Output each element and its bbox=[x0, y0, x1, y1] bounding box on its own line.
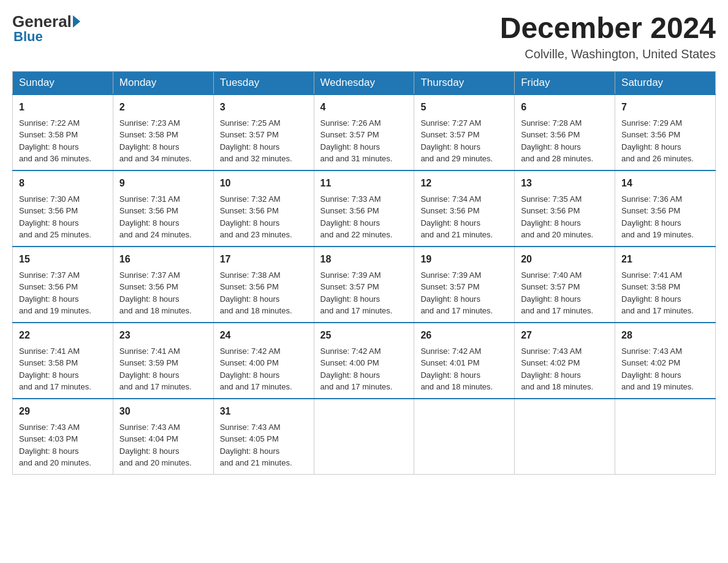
sunset: Sunset: 4:05 PM bbox=[220, 434, 279, 443]
sunrise: Sunrise: 7:38 AM bbox=[220, 270, 281, 280]
day-header-thursday: Thursday bbox=[414, 71, 515, 94]
calendar-cell: 2 Sunrise: 7:23 AM Sunset: 3:58 PM Dayli… bbox=[113, 94, 213, 170]
week-row-1: 1 Sunrise: 7:22 AM Sunset: 3:58 PM Dayli… bbox=[13, 94, 716, 170]
daylight-cont: and and 20 minutes. bbox=[521, 230, 593, 239]
day-number: 27 bbox=[521, 328, 609, 343]
sunset: Sunset: 3:56 PM bbox=[119, 206, 178, 215]
daylight-cont: and and 26 minutes. bbox=[621, 154, 694, 163]
day-number: 20 bbox=[521, 252, 609, 267]
sunset: Sunset: 3:57 PM bbox=[320, 282, 379, 291]
daylight: Daylight: 8 hours bbox=[19, 294, 79, 304]
daylight-cont: and and 21 minutes. bbox=[420, 230, 493, 239]
sunrise: Sunrise: 7:33 AM bbox=[320, 194, 381, 204]
day-number: 4 bbox=[320, 100, 408, 115]
daylight-cont: and and 29 minutes. bbox=[420, 154, 493, 163]
week-row-3: 15 Sunrise: 7:37 AM Sunset: 3:56 PM Dayl… bbox=[13, 247, 716, 323]
calendar-cell: 16 Sunrise: 7:37 AM Sunset: 3:56 PM Dayl… bbox=[113, 247, 213, 323]
day-number: 2 bbox=[119, 100, 207, 115]
sunrise: Sunrise: 7:22 AM bbox=[19, 118, 80, 128]
calendar-header-row: SundayMondayTuesdayWednesdayThursdayFrid… bbox=[13, 71, 716, 94]
daylight-cont: and and 21 minutes. bbox=[220, 458, 292, 467]
daylight: Daylight: 8 hours bbox=[119, 218, 180, 228]
daylight: Daylight: 8 hours bbox=[220, 142, 280, 151]
sunset: Sunset: 3:57 PM bbox=[521, 282, 580, 291]
month-title: December 2024 bbox=[500, 12, 716, 45]
day-header-tuesday: Tuesday bbox=[213, 71, 314, 94]
day-header-monday: Monday bbox=[113, 71, 213, 94]
calendar-cell: 10 Sunrise: 7:32 AM Sunset: 3:56 PM Dayl… bbox=[213, 170, 314, 247]
day-number: 9 bbox=[119, 176, 207, 191]
daylight: Daylight: 8 hours bbox=[220, 370, 280, 380]
sunrise: Sunrise: 7:43 AM bbox=[19, 423, 80, 432]
day-number: 21 bbox=[621, 252, 709, 267]
day-number: 3 bbox=[220, 100, 308, 115]
calendar-cell: 27 Sunrise: 7:43 AM Sunset: 4:02 PM Dayl… bbox=[515, 323, 615, 399]
calendar-cell: 9 Sunrise: 7:31 AM Sunset: 3:56 PM Dayli… bbox=[113, 170, 213, 247]
sunrise: Sunrise: 7:41 AM bbox=[119, 347, 180, 356]
daylight: Daylight: 8 hours bbox=[521, 142, 581, 151]
day-number: 5 bbox=[420, 100, 508, 115]
daylight: Daylight: 8 hours bbox=[320, 370, 381, 380]
daylight: Daylight: 8 hours bbox=[19, 142, 79, 151]
daylight-cont: and and 17 minutes. bbox=[220, 382, 292, 391]
daylight: Daylight: 8 hours bbox=[621, 142, 681, 151]
sunset: Sunset: 3:57 PM bbox=[420, 282, 479, 291]
sunrise: Sunrise: 7:36 AM bbox=[621, 194, 682, 204]
day-number: 29 bbox=[19, 404, 107, 419]
day-number: 23 bbox=[119, 328, 207, 343]
sunset: Sunset: 3:56 PM bbox=[521, 130, 580, 139]
daylight: Daylight: 8 hours bbox=[521, 218, 581, 228]
calendar-cell: 1 Sunrise: 7:22 AM Sunset: 3:58 PM Dayli… bbox=[13, 94, 113, 170]
calendar-cell bbox=[515, 399, 615, 475]
calendar-cell: 7 Sunrise: 7:29 AM Sunset: 3:56 PM Dayli… bbox=[615, 94, 716, 170]
daylight-cont: and and 36 minutes. bbox=[19, 154, 91, 163]
daylight-cont: and and 18 minutes. bbox=[420, 382, 493, 391]
calendar-cell: 11 Sunrise: 7:33 AM Sunset: 3:56 PM Dayl… bbox=[314, 170, 414, 247]
daylight-cont: and and 34 minutes. bbox=[119, 154, 192, 163]
day-number: 18 bbox=[320, 252, 408, 267]
daylight-cont: and and 18 minutes. bbox=[119, 306, 192, 315]
calendar-cell: 26 Sunrise: 7:42 AM Sunset: 4:01 PM Dayl… bbox=[414, 323, 515, 399]
calendar-cell: 3 Sunrise: 7:25 AM Sunset: 3:57 PM Dayli… bbox=[213, 94, 314, 170]
day-number: 1 bbox=[19, 100, 107, 115]
sunset: Sunset: 3:56 PM bbox=[220, 282, 279, 291]
daylight: Daylight: 8 hours bbox=[420, 142, 480, 151]
calendar-cell: 6 Sunrise: 7:28 AM Sunset: 3:56 PM Dayli… bbox=[515, 94, 615, 170]
daylight-cont: and and 17 minutes. bbox=[420, 306, 493, 315]
sunset: Sunset: 4:04 PM bbox=[119, 434, 178, 443]
daylight-cont: and and 24 minutes. bbox=[119, 230, 192, 239]
daylight: Daylight: 8 hours bbox=[420, 370, 480, 380]
daylight-cont: and and 32 minutes. bbox=[220, 154, 292, 163]
day-header-wednesday: Wednesday bbox=[314, 71, 414, 94]
sunset: Sunset: 4:02 PM bbox=[521, 358, 580, 367]
daylight-cont: and and 18 minutes. bbox=[521, 382, 593, 391]
week-row-2: 8 Sunrise: 7:30 AM Sunset: 3:56 PM Dayli… bbox=[13, 170, 716, 247]
daylight-cont: and and 17 minutes. bbox=[19, 382, 91, 391]
calendar-cell bbox=[314, 399, 414, 475]
sunrise: Sunrise: 7:39 AM bbox=[320, 270, 381, 280]
daylight: Daylight: 8 hours bbox=[320, 294, 381, 304]
day-number: 15 bbox=[19, 252, 107, 267]
sunset: Sunset: 3:56 PM bbox=[19, 282, 78, 291]
daylight-cont: and and 17 minutes. bbox=[119, 382, 192, 391]
daylight: Daylight: 8 hours bbox=[420, 294, 480, 304]
logo: General Blue bbox=[12, 12, 80, 45]
daylight: Daylight: 8 hours bbox=[521, 370, 581, 380]
day-number: 22 bbox=[19, 328, 107, 343]
daylight: Daylight: 8 hours bbox=[621, 294, 681, 304]
sunrise: Sunrise: 7:37 AM bbox=[119, 270, 180, 280]
sunrise: Sunrise: 7:23 AM bbox=[119, 118, 180, 128]
sunrise: Sunrise: 7:29 AM bbox=[621, 118, 682, 128]
calendar-cell: 15 Sunrise: 7:37 AM Sunset: 3:56 PM Dayl… bbox=[13, 247, 113, 323]
daylight-cont: and and 18 minutes. bbox=[220, 306, 292, 315]
sunset: Sunset: 3:58 PM bbox=[19, 358, 78, 367]
day-number: 19 bbox=[420, 252, 508, 267]
sunset: Sunset: 3:56 PM bbox=[119, 282, 178, 291]
calendar-cell: 5 Sunrise: 7:27 AM Sunset: 3:57 PM Dayli… bbox=[414, 94, 515, 170]
sunrise: Sunrise: 7:43 AM bbox=[220, 423, 281, 432]
sunrise: Sunrise: 7:40 AM bbox=[521, 270, 582, 280]
sunrise: Sunrise: 7:27 AM bbox=[420, 118, 481, 128]
daylight: Daylight: 8 hours bbox=[621, 218, 681, 228]
day-number: 7 bbox=[621, 100, 709, 115]
calendar-cell: 17 Sunrise: 7:38 AM Sunset: 3:56 PM Dayl… bbox=[213, 247, 314, 323]
